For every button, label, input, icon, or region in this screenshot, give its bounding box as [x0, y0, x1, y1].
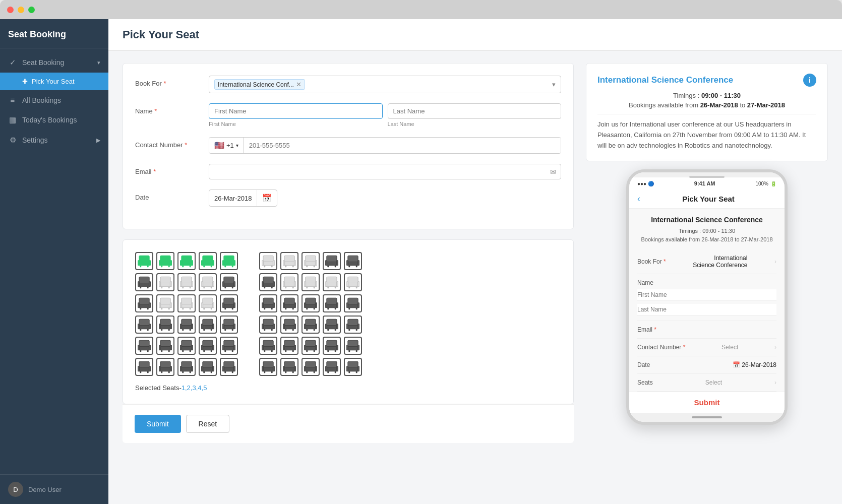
seat-40[interactable]	[344, 316, 362, 334]
mobile-field-email[interactable]: Email *	[637, 321, 776, 339]
seat-55[interactable]	[220, 358, 238, 376]
seat-37[interactable]	[280, 316, 298, 334]
calendar-picker-icon[interactable]: 📅	[257, 190, 277, 206]
svg-rect-237	[357, 324, 359, 329]
svg-rect-286	[306, 350, 308, 352]
svg-rect-301	[138, 367, 150, 371]
seat-45[interactable]	[220, 337, 238, 355]
last-name-input[interactable]	[388, 103, 562, 119]
seat-10[interactable]	[344, 252, 362, 270]
seat-41[interactable]	[135, 337, 153, 355]
seat-44[interactable]	[199, 337, 217, 355]
seat-32[interactable]	[156, 316, 174, 334]
seat-49[interactable]	[323, 337, 341, 355]
seat-50[interactable]	[344, 337, 362, 355]
svg-rect-54	[348, 256, 358, 262]
seat-5[interactable]	[220, 252, 238, 270]
seat-26[interactable]	[259, 294, 277, 312]
seat-3[interactable]	[177, 252, 196, 270]
svg-rect-5	[147, 266, 149, 268]
svg-rect-73	[181, 283, 192, 286]
seat-42[interactable]	[156, 337, 174, 355]
seat-58[interactable]	[302, 358, 320, 376]
seat-22[interactable]	[156, 294, 174, 312]
seat-25[interactable]	[220, 294, 238, 312]
seat-14[interactable]	[199, 273, 217, 291]
seat-20[interactable]	[344, 273, 362, 291]
seat-16[interactable]	[259, 273, 277, 291]
mobile-field-date[interactable]: Date 📅 26-Mar-2018	[637, 356, 776, 374]
mobile-submit-button[interactable]: Submit	[637, 398, 776, 407]
seat-31[interactable]	[135, 316, 153, 334]
seat-23[interactable]	[177, 294, 196, 312]
sidebar-item-seat-booking[interactable]: ✓ Seat Booking ▾	[0, 52, 108, 73]
seat-28[interactable]	[302, 294, 320, 312]
seat-19[interactable]	[323, 273, 341, 291]
seat-17[interactable]	[280, 273, 298, 291]
seat-59[interactable]	[323, 358, 341, 376]
seat-43[interactable]	[177, 337, 196, 355]
seat-33[interactable]	[177, 316, 196, 334]
minimize-dot[interactable]	[18, 7, 24, 13]
mobile-last-name-input[interactable]	[637, 304, 776, 316]
submit-button[interactable]: Submit	[135, 415, 181, 433]
svg-rect-77	[190, 287, 191, 289]
seat-46[interactable]	[259, 337, 277, 355]
email-input[interactable]	[209, 164, 561, 179]
book-for-dropdown[interactable]: International Science Conf... ✕ ▾	[209, 76, 561, 93]
mobile-field-book-for[interactable]: Book For * InternationalScience Conferen…	[637, 249, 776, 274]
svg-rect-37	[283, 262, 295, 265]
seat-2[interactable]	[156, 252, 174, 270]
mobile-field-contact[interactable]: Contact Number * Select ›	[637, 339, 776, 356]
seat-57[interactable]	[280, 358, 298, 376]
seat-35[interactable]	[220, 316, 238, 334]
phone-flag-select[interactable]: 🇺🇸 +1 ▾	[209, 138, 244, 153]
seat-36[interactable]	[259, 316, 277, 334]
first-name-input[interactable]	[209, 103, 383, 119]
seat-53[interactable]	[177, 358, 196, 376]
seat-7[interactable]	[280, 252, 298, 270]
seat-18[interactable]	[302, 273, 320, 291]
remove-tag-icon[interactable]: ✕	[296, 81, 302, 88]
maximize-dot[interactable]	[28, 7, 35, 13]
seat-29[interactable]	[323, 294, 341, 312]
seat-12[interactable]	[156, 273, 174, 291]
sidebar-item-todays-bookings[interactable]: ▦ Today's Bookings	[0, 110, 108, 130]
seat-54[interactable]	[199, 358, 217, 376]
info-icon[interactable]: i	[803, 74, 816, 87]
svg-rect-276	[284, 340, 294, 347]
seat-8[interactable]	[302, 252, 320, 270]
sidebar-item-settings[interactable]: ⚙ Settings ▶	[0, 130, 108, 150]
svg-rect-132	[182, 298, 192, 304]
seat-47[interactable]	[280, 337, 298, 355]
seat-13[interactable]	[177, 273, 196, 291]
seat-38[interactable]	[302, 316, 320, 334]
phone-number-input[interactable]	[244, 138, 561, 153]
seat-9[interactable]	[323, 252, 341, 270]
seat-30[interactable]	[344, 294, 362, 312]
seat-15[interactable]	[220, 273, 238, 291]
sidebar-item-pick-your-seat[interactable]: ✚ Pick Your Seat	[0, 73, 108, 90]
seat-60[interactable]	[344, 358, 362, 376]
svg-rect-196	[182, 329, 184, 331]
svg-rect-194	[180, 324, 182, 329]
reset-button[interactable]: Reset	[186, 415, 230, 433]
seat-21[interactable]	[135, 294, 153, 312]
seat-11[interactable]	[135, 273, 153, 291]
seat-52[interactable]	[156, 358, 174, 376]
sidebar-item-all-bookings[interactable]: ≡ All Bookings	[0, 90, 108, 110]
seat-6[interactable]	[259, 252, 277, 270]
seat-48[interactable]	[302, 337, 320, 355]
seat-1[interactable]	[135, 252, 153, 270]
mobile-mockup: ●●● 🔵 9:41 AM 100% 🔋 ‹ Pick Your Seat	[626, 169, 788, 425]
seat-56[interactable]	[259, 358, 277, 376]
seat-34[interactable]	[199, 316, 217, 334]
seat-51[interactable]	[135, 358, 153, 376]
seat-4[interactable]	[199, 252, 217, 270]
seat-24[interactable]	[199, 294, 217, 312]
close-dot[interactable]	[7, 7, 14, 13]
mobile-first-name-input[interactable]	[637, 289, 776, 301]
mobile-field-seats[interactable]: Seats Select ›	[637, 374, 776, 392]
seat-39[interactable]	[323, 316, 341, 334]
seat-27[interactable]	[280, 294, 298, 312]
